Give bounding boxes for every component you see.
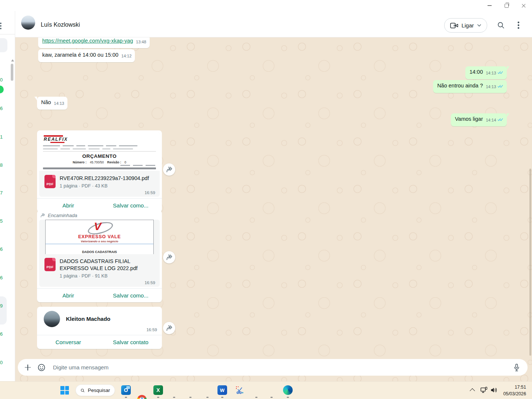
taskbar-search-label: Pesquisar [88,388,110,393]
message-time: 14:14 [486,118,496,122]
microphone-icon[interactable] [513,363,521,372]
pdf-field-value: 0 [124,160,126,164]
pdf-preview-expresso-vale[interactable]: V EXPRESSO VALE Valorizando o seu negóci… [39,220,160,254]
chat-list-fragment: 9 [0,303,3,309]
chat-list-scrollbar[interactable] [11,64,13,81]
message-bubble: kaw, zaramela é 14:00 ou 15:0014:12 [38,49,135,62]
message-bubble: Vamos ligar14:14 [451,113,507,126]
expresso-vale-logo: V [83,222,116,233]
document-meta: 1 página · PDF · 91 KB [60,273,145,279]
chat-list-panel: 0 6 1 8 7 5 6 6 9 6 0 [0,11,15,382]
outlook-icon[interactable]: O [121,385,131,395]
forwarded-label: Encaminhada [48,213,77,218]
taskbar-clock[interactable]: 17:51 05/03/2026 [496,384,526,398]
chevron-down-icon [477,24,481,27]
contact-name[interactable]: Luís Kozlowski [41,21,80,28]
pdf-preview-heading: DADOS CADASTRAIS [82,250,117,254]
pdf-preview-title: ORÇAMENTO [43,153,156,159]
save-as-button[interactable]: Salvar como... [100,289,162,302]
save-contact-button[interactable]: Salvar contato [100,335,162,349]
network-icon[interactable] [480,386,488,395]
message-time: 14:13 [486,71,496,75]
scrollbar-up-arrow[interactable] [11,59,14,61]
word-icon[interactable]: W [217,385,227,395]
tray-chevron-up-icon[interactable] [470,388,475,393]
running-indicator [255,397,257,398]
panel-divider [0,34,15,34]
message-bubble: Não entrou ainda ?14:13 [433,80,507,93]
running-indicator [157,397,159,398]
running-indicator [125,397,127,398]
chat-list-fragment: 6 [0,275,3,280]
pdf-field-label: Revisão : [107,160,121,164]
expresso-vale-tagline: Valorizando o seu negócio [81,240,118,243]
pdf-file-icon: PDF [44,258,56,271]
running-indicator [141,397,143,398]
meet-link[interactable]: https://meet.google.com/vxg-xkap-yag [42,38,133,44]
running-indicator [270,397,273,398]
restore-button[interactable] [498,0,515,11]
more-options-kebab-icon[interactable] [514,21,523,30]
forwarded-icon [40,213,46,218]
search-icon [80,388,85,393]
message-time: 14:13 [54,101,64,106]
message-bubble: Não14:13 [37,97,67,110]
start-button[interactable] [60,386,69,395]
document-filename: DADOS CADASTRAIS FILIAL EXPRESSO VALE LO… [60,258,145,272]
chat-list-fragment: 6 [0,246,3,252]
message-text: 14:00 [469,69,483,75]
attach-plus-icon[interactable] [25,365,31,370]
message-text: kaw, zaramela é 14:00 ou 15:00 [42,52,119,58]
expresso-vale-brand-text: EXPRESSO VALE [78,234,121,239]
running-indicator [287,397,289,398]
call-button[interactable]: Ligar [444,18,487,33]
message-text: Não entrou ainda ? [437,83,483,89]
realfix-brand-text: REALFIX [44,137,68,142]
message-input[interactable] [52,364,506,371]
excel-icon[interactable]: X [153,385,163,395]
video-camera-icon [450,22,458,29]
search-icon[interactable] [496,21,505,30]
start-chat-button[interactable]: Conversar [37,335,100,349]
close-icon [521,3,526,8]
read-receipt-double-check-icon [497,84,503,88]
chat-list-search-field[interactable] [0,38,7,52]
message-time: 16:59 [144,190,155,195]
forward-message-button[interactable] [163,251,175,263]
message-time: 13:48 [136,40,146,44]
taskbar-search[interactable]: Pesquisar [76,385,115,396]
chat-scrollbar[interactable] [529,169,531,356]
window-titlebar [0,0,532,11]
forward-message-button[interactable] [163,322,175,334]
pdf-preview-realfix[interactable]: REALFIX ORÇAMENTO Número : 45.700/50 Rev… [39,133,160,171]
forward-message-button[interactable] [163,163,175,176]
forward-arrow-icon [166,325,173,332]
call-button-label: Ligar [462,22,474,29]
snipping-tool-icon[interactable] [235,385,245,395]
edge-icon[interactable] [283,385,293,395]
message-time: 14:12 [122,54,132,58]
close-button[interactable] [515,0,532,11]
message-bubble: 14:0014:13 [465,66,507,79]
chat-list-fragment: 7 [0,190,3,196]
shared-contact-name: Kleiton Machado [66,316,110,322]
unread-badge [0,86,4,93]
open-document-button[interactable]: Abrir [37,289,100,302]
shared-contact-avatar [44,311,60,327]
chat-header: Luís Kozlowski Ligar [15,11,532,37]
contact-avatar[interactable] [21,16,35,30]
running-indicator [206,397,209,398]
chat-list-fragment: 5 [0,218,3,224]
forwarded-document-message-card: Encaminhada V EXPRESSO VALE Valorizando … [37,210,162,302]
minimize-button[interactable] [481,0,498,11]
document-filename: RVE470R.REL2239229a7-130904.pdf [60,175,149,182]
minimize-icon [488,5,492,6]
forward-arrow-icon [166,166,173,173]
clock-time: 17:51 [496,384,526,391]
running-indicator [221,397,223,398]
clock-date: 05/03/2026 [496,391,526,398]
selected-chat-highlight[interactable] [0,296,7,325]
menu-kebab-icon[interactable] [0,21,1,30]
restore-icon [505,4,509,8]
sticker-emoji-icon[interactable] [37,363,46,372]
